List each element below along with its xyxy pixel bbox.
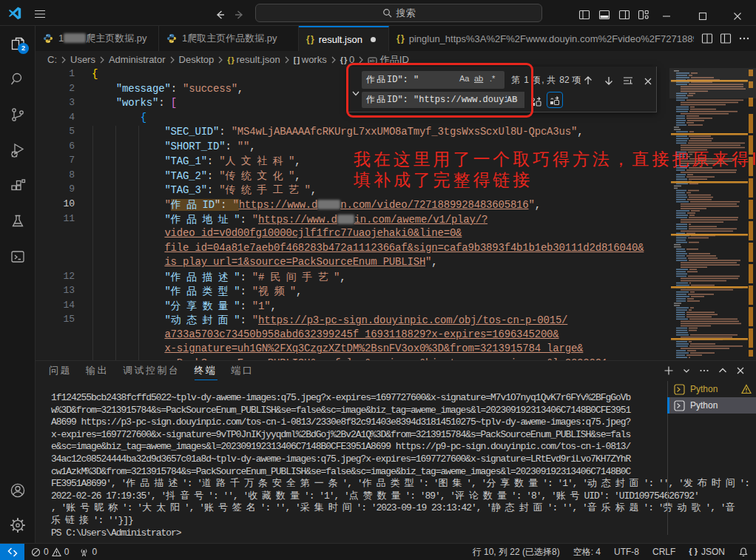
svg-text:ab: ab	[370, 58, 375, 63]
